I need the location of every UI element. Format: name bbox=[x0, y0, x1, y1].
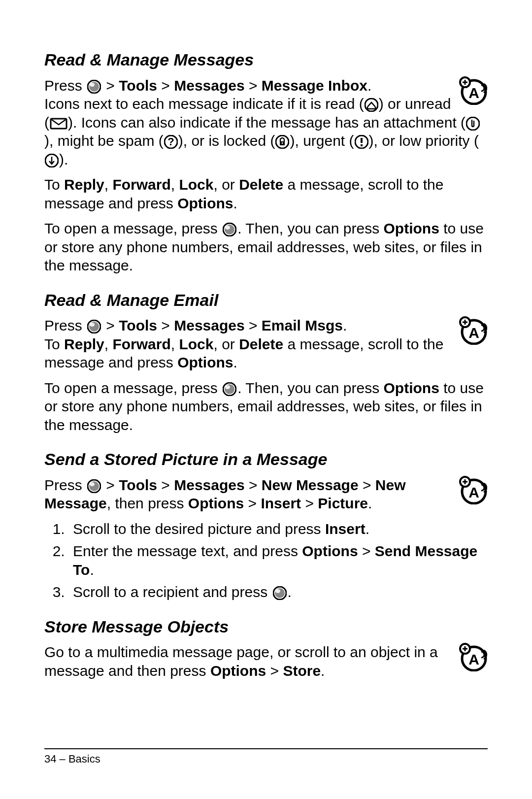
steps-list: Scroll to the desired picture and press … bbox=[44, 520, 488, 601]
section-read-manage-messages: Read & Manage Messages Press > Tools > M… bbox=[44, 49, 488, 275]
read-envelope-icon bbox=[365, 98, 378, 112]
lock-icon bbox=[275, 135, 289, 149]
center-key-icon bbox=[273, 586, 287, 600]
center-key-icon bbox=[87, 80, 101, 94]
center-key-icon bbox=[87, 479, 101, 493]
center-key-icon bbox=[223, 223, 236, 236]
heading: Read & Manage Messages bbox=[44, 49, 488, 70]
paragraph: Press > Tools > Messages > New Message >… bbox=[44, 476, 488, 513]
list-item: Scroll to the desired picture and press … bbox=[69, 520, 488, 538]
paragraph: To open a message, press . Then, you can… bbox=[44, 219, 488, 275]
attachment-icon bbox=[466, 117, 480, 131]
paragraph: Go to a multimedia message page, or scro… bbox=[44, 643, 488, 680]
antenna-badge-icon bbox=[459, 76, 488, 105]
center-key-icon bbox=[87, 320, 101, 333]
section-store-message-objects: Store Message Objects Go to a multimedia… bbox=[44, 616, 488, 680]
page-footer: 34 – Basics bbox=[44, 748, 488, 766]
paragraph: Press > Tools > Messages > Email Msgs. T… bbox=[44, 316, 488, 372]
heading: Read & Manage Email bbox=[44, 290, 488, 311]
antenna-badge-icon bbox=[459, 476, 488, 504]
list-item: Scroll to a recipient and press . bbox=[69, 583, 488, 601]
heading: Send a Stored Picture in a Message bbox=[44, 449, 488, 470]
spam-icon bbox=[164, 135, 178, 149]
paragraph: To open a message, press . Then, you can… bbox=[44, 379, 488, 434]
list-item: Enter the message text, and press Option… bbox=[69, 542, 488, 579]
heading: Store Message Objects bbox=[44, 616, 488, 637]
section-send-stored-picture: Send a Stored Picture in a Message Press… bbox=[44, 449, 488, 601]
section-read-manage-email: Read & Manage Email Press > Tools > Mess… bbox=[44, 290, 488, 434]
manual-page: Read & Manage Messages Press > Tools > M… bbox=[0, 0, 532, 799]
paragraph: To Reply, Forward, Lock, or Delete a mes… bbox=[44, 175, 488, 212]
center-key-icon bbox=[223, 382, 236, 396]
unread-envelope-icon bbox=[50, 117, 67, 131]
paragraph: Press > Tools > Messages > Message Inbox… bbox=[44, 76, 488, 169]
page-number-label: 34 – Basics bbox=[44, 753, 100, 765]
antenna-badge-icon bbox=[459, 643, 488, 671]
antenna-badge-icon bbox=[459, 316, 488, 345]
urgent-icon bbox=[355, 135, 368, 149]
low-priority-icon bbox=[45, 154, 59, 167]
